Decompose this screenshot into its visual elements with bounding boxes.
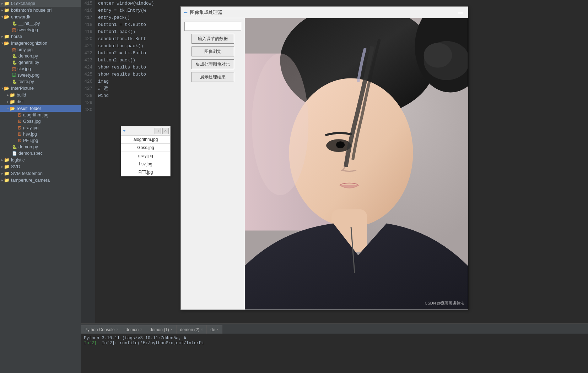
tab-bar: Python Console ×demon ×demon (1) ×demon …	[81, 324, 588, 334]
sidebar-item-svd[interactable]: ▸📁SVD	[0, 163, 81, 170]
code-line	[98, 99, 178, 106]
line-number: 430	[84, 106, 92, 114]
sidebar-item-general-py[interactable]: 🐍general.py	[0, 59, 81, 66]
tab-close-button[interactable]: ×	[171, 328, 173, 331]
tab-close-button[interactable]: ×	[201, 328, 203, 331]
jpg-file-icon: 🖼	[12, 48, 16, 52]
compare-image-button[interactable]: 集成处理图像对比	[191, 59, 234, 69]
sidebar-item-01exchange[interactable]: ▸📁01exchange	[0, 0, 81, 7]
tab-de[interactable]: de ×	[207, 325, 222, 334]
sidebar-item-label: 01exchange	[11, 1, 35, 6]
sidebar-item-label: teste.py	[18, 79, 34, 84]
folder-arrow-icon: ▾	[1, 86, 3, 90]
tab-demon[interactable]: demon ×	[122, 325, 146, 334]
file-list-item[interactable]: hsv.jpg	[121, 160, 170, 168]
sidebar-item-alogrithm-jpg[interactable]: 🖼alogrithm.jpg	[0, 112, 81, 118]
dialog-controls: □ ✕	[155, 128, 169, 134]
sidebar-item-teste-py[interactable]: 🐍teste.py	[0, 78, 81, 85]
sidebar-item-label: demon.spec	[18, 151, 43, 156]
sidebar-item-imagerecogniztion[interactable]: ▾📂Imagerecogniztion	[0, 40, 81, 46]
line-number: 428	[84, 92, 92, 99]
tab-close-button[interactable]: ×	[116, 328, 118, 331]
sidebar-item-horse[interactable]: ▸📁horse	[0, 33, 81, 40]
folder-arrow-icon: ▸	[7, 100, 9, 104]
folder-icon: 📁	[4, 164, 10, 169]
line-number: 423	[84, 57, 92, 64]
file-list-item[interactable]: alogrithm.jpg	[121, 136, 170, 144]
sidebar-item-sweety-jpg[interactable]: 🖼sweety.jpg	[0, 27, 81, 33]
sidebar-item-sky-jpg[interactable]: 🖼sky.jpg	[0, 66, 81, 72]
tab-demon-(1)[interactable]: demon (1) ×	[146, 325, 177, 334]
app-title: 图像集成处理器	[190, 9, 456, 16]
line-number: 415	[84, 0, 92, 7]
folder-icon: 📂	[4, 40, 10, 46]
dialog-minimize-button[interactable]: □	[155, 128, 161, 134]
sidebar-item-init-py[interactable]: 🐍__init__.py	[0, 20, 81, 27]
tab-close-button[interactable]: ×	[140, 328, 142, 331]
sidebar-item-label: result_folder	[17, 106, 41, 111]
line-number: 429	[84, 99, 92, 106]
controls-panel: 输入调节的数据 图像浏览 集成处理图像对比 展示处理结果	[181, 18, 245, 309]
input-data-button[interactable]: 输入调节的数据	[191, 34, 234, 44]
folder-arrow-icon: ▾	[7, 106, 9, 110]
sidebar-item-tamperture-camera[interactable]: ▸📁tamperture_camera	[0, 177, 81, 183]
file-list-item[interactable]: Goss.jpg	[121, 144, 170, 152]
sidebar-item-sweety-png[interactable]: 🖼sweety.png	[0, 72, 81, 78]
sidebar-item-pft-jpg[interactable]: 🖼PFT.jpg	[0, 137, 81, 144]
sidebar-item-dist[interactable]: ▸📁dist	[0, 98, 81, 105]
sidebar-item-hsv-jpg[interactable]: 🖼hsv.jpg	[0, 131, 81, 137]
folder-icon: 📂	[4, 86, 10, 91]
sidebar-item-result-folder[interactable]: ▾📂result_folder	[0, 105, 81, 112]
sidebar-item-interpicture[interactable]: ▾📂InterPicture	[0, 85, 81, 92]
sidebar-item-demon-py[interactable]: 🐍demon.py	[0, 53, 81, 59]
sidebar-item-gray-jpg[interactable]: 🖼gray.jpg	[0, 125, 81, 131]
dialog-icon: ✒	[123, 128, 126, 133]
browse-image-button[interactable]: 图像浏览	[191, 46, 234, 56]
folder-icon: 📁	[4, 1, 10, 6]
jpg-file-icon: 🖼	[18, 126, 22, 130]
sidebar-item-endwordk[interactable]: ▾📂endwordk	[0, 13, 81, 20]
py-file-icon: 🐍	[12, 145, 17, 149]
app-titlebar: ✒ 图像集成处理器 —	[181, 7, 468, 18]
spec-file-icon: 📄	[12, 151, 17, 156]
py-file-icon: 🐍	[12, 54, 17, 59]
py-file-icon: 🐍	[12, 21, 17, 26]
jpg-file-icon: 🖼	[18, 132, 22, 136]
code-line: # 运	[98, 85, 178, 92]
folder-arrow-icon: ▸	[1, 158, 3, 162]
dialog-close-button[interactable]: ✕	[162, 128, 169, 134]
line-number: 426	[84, 78, 92, 85]
file-dialog-titlebar: ✒ □ ✕	[121, 126, 170, 136]
code-line: button1.pack()	[98, 28, 178, 35]
folder-arrow-icon: ▾	[1, 15, 3, 19]
sidebar-item-label: alogrithm.jpg	[23, 113, 49, 117]
tab-close-button[interactable]: ×	[217, 328, 219, 331]
line-number: 417	[84, 14, 92, 21]
file-list-item[interactable]: PFT.jpg	[121, 168, 170, 176]
folder-icon: 📁	[4, 34, 10, 39]
sidebar-item-svm-testdemon[interactable]: ▸📁SVM testdemon	[0, 170, 81, 177]
py-file-icon: 🐍	[12, 60, 17, 65]
sidebar-item-build[interactable]: ▸📁build	[0, 92, 81, 98]
sidebar-item-label: horse	[11, 34, 22, 39]
sidebar-item-botishtons-house[interactable]: ▸📁botishton's house pri	[0, 7, 81, 13]
sidebar-item-logistic[interactable]: ▸📁logistic	[0, 157, 81, 163]
tab-Python-Console[interactable]: Python Console ×	[81, 325, 122, 334]
data-input-field[interactable]	[184, 22, 241, 31]
sidebar-item-goss-jpg[interactable]: 🖼Goss.jpg	[0, 118, 81, 125]
folder-icon: 📁	[10, 99, 15, 104]
sidebar-item-demon-spec[interactable]: 📄demon.spec	[0, 150, 81, 157]
tab-demon-(2)[interactable]: demon (2) ×	[177, 325, 207, 334]
sidebar-item-label: sky.jpg	[17, 66, 31, 71]
sidebar-item-bmy-jpg[interactable]: 🖼bmy.jpg	[0, 46, 81, 53]
sidebar-item-label: InterPicture	[11, 86, 34, 91]
show-results-button[interactable]: 展示处理结果	[191, 72, 234, 82]
file-list-item[interactable]: gray.jpg	[121, 152, 170, 160]
folder-arrow-icon: ▸	[1, 178, 3, 182]
sidebar-item-label: tamperture_camera	[11, 178, 50, 183]
minimize-button[interactable]: —	[456, 10, 465, 15]
sidebar-item-demon-py2[interactable]: 🐍demon.py	[0, 144, 81, 150]
line-number: 427	[84, 85, 92, 92]
folder-icon: 📂	[4, 14, 10, 20]
sidebar-item-label: sweety.png	[17, 73, 39, 78]
